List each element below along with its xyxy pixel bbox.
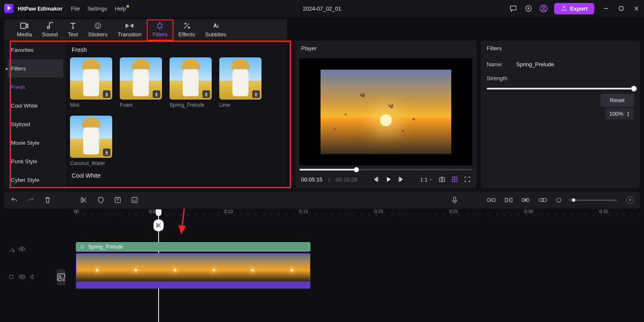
categories-sidebar: Favorites Filters Fresh Cool White Styli… [4,41,67,188]
strength-slider[interactable] [487,88,634,89]
download-icon[interactable] [103,90,110,98]
svg-rect-5 [620,7,623,11]
marker-icon[interactable] [97,196,105,204]
stepper-arrows-icon[interactable]: ▲▼ [627,111,630,117]
menu-file[interactable]: File [71,5,80,12]
window-maximize[interactable] [618,5,625,12]
tab-sound[interactable]: Sound [37,19,63,41]
filter-thumb-spring-prelude[interactable]: Spring_Prelude [170,57,212,108]
filters-panel: Favorites Filters Fresh Cool White Styli… [4,41,291,188]
project-title: 2024-07_02_01 [303,5,341,12]
play-icon[interactable] [385,176,392,183]
visibility-icon[interactable] [19,274,25,281]
mic-icon[interactable] [451,196,458,204]
svg-point-9 [97,25,97,26]
tab-text[interactable]: Text [63,19,83,41]
player-progress[interactable] [299,169,472,170]
playhead-cap[interactable] [156,209,162,216]
menu-help[interactable]: Help [115,5,126,12]
delete-icon[interactable] [44,196,51,204]
svg-rect-28 [542,198,547,201]
download-icon[interactable] [252,90,260,98]
cat-cyber-style[interactable]: Cyber Style [4,170,67,189]
align-icon[interactable] [505,197,512,203]
time-current: 00:05:15 [301,176,323,183]
svg-rect-25 [525,198,526,201]
download-icon[interactable] [103,149,110,156]
add-media-button[interactable] [57,269,66,285]
tab-subtitles[interactable]: Subtitles [200,19,232,41]
snapshot-icon[interactable] [439,176,445,183]
prev-frame-icon[interactable] [373,176,379,182]
tab-media[interactable]: Media [12,19,37,41]
cat-filters[interactable]: Filters [8,59,63,78]
svg-rect-0 [510,6,516,10]
cat-stylized[interactable]: Stylized [4,115,67,133]
tab-transition[interactable]: Transition [113,19,147,41]
playhead-split-icon[interactable] [154,219,164,231]
fullscreen-icon[interactable] [464,176,471,183]
svg-rect-22 [505,198,507,202]
feedback-icon[interactable] [509,4,518,13]
title-bar: HitPaw Edimakor File Settings Help 2024-… [0,0,644,17]
slider-knob[interactable] [631,86,637,92]
svg-rect-26 [527,198,529,201]
tab-stickers[interactable]: Stickers [83,19,113,41]
filter-clip[interactable]: Spring_Prelude [76,242,310,252]
account-icon[interactable] [539,4,548,13]
cat-movie-style[interactable]: Movie Style [4,133,67,152]
zoom-slider[interactable] [571,200,617,201]
menu-settings[interactable]: Settings [87,5,107,12]
download-icon[interactable] [202,90,210,98]
reset-button[interactable]: Reset [601,94,634,107]
filter-thumb-coconut-water[interactable]: Coconut_Water [70,116,112,166]
link-icon[interactable] [487,197,496,203]
svg-point-12 [441,179,443,181]
preview-image: ༄ ༄ ༄ ༄ ༄ ༄ [321,70,451,154]
filter-thumb-foam[interactable]: Foam [120,57,162,108]
ai-box-icon[interactable]: AI [131,196,138,204]
export-label: Export [570,5,587,12]
cat-cool-white[interactable]: Cool White [4,96,67,115]
split-icon[interactable] [80,196,88,204]
mute-icon[interactable] [30,274,35,281]
tab-effects[interactable]: Effects [173,19,200,41]
overlap-icon[interactable] [539,197,547,203]
cat-punk-style[interactable]: Punk Style [4,152,67,170]
filter-thumb-mist[interactable]: Mist [70,57,112,108]
track-headers [8,244,55,300]
player-viewport[interactable]: ༄ ༄ ༄ ༄ ༄ ༄ [299,58,472,165]
safe-zone-icon[interactable] [451,176,458,183]
svg-rect-20 [488,198,490,201]
text-box-icon[interactable] [114,196,121,204]
track-toggle-icon[interactable] [522,198,529,203]
effects-icon[interactable] [8,246,14,253]
audio-clip[interactable] [76,282,310,289]
next-frame-icon[interactable] [398,176,404,182]
export-button[interactable]: Export [554,3,594,14]
window-close[interactable] [633,5,640,12]
download-icon[interactable] [524,4,533,13]
cat-favorites[interactable]: Favorites [4,41,67,59]
zoom-in-icon[interactable]: + [626,196,634,204]
props-title: Filters [481,41,640,56]
progress-knob[interactable] [354,167,359,172]
download-icon[interactable] [153,90,160,98]
redo-icon[interactable] [27,196,35,204]
svg-rect-6 [21,23,26,29]
app-logo [4,4,13,13]
window-minimize[interactable] [603,5,609,12]
filter-clip-label: Spring_Prelude [88,244,123,250]
cat-fresh[interactable]: Fresh [4,78,67,96]
aspect-ratio-button[interactable]: 1:1 [420,176,433,183]
visibility-icon[interactable] [19,246,25,253]
filter-thumb-lime[interactable]: Lime [219,57,261,108]
strength-value-box[interactable]: 100% ▲▼ [605,108,634,119]
video-clip[interactable]: 0:15 Pixabay_140111 [76,253,310,282]
timeline-area[interactable]: 00 0:05 0:10 0:15 0:20 0:25 0:30 0:35 [4,208,640,322]
lock-icon[interactable] [8,274,14,281]
zoom-out-icon[interactable] [556,198,561,203]
player-panel: Player ༄ ༄ ༄ ༄ ༄ ༄ 00:05:15 / 00:15:29 1… [295,41,477,188]
undo-icon[interactable] [10,196,18,204]
tab-filters[interactable]: Filters [147,19,173,41]
